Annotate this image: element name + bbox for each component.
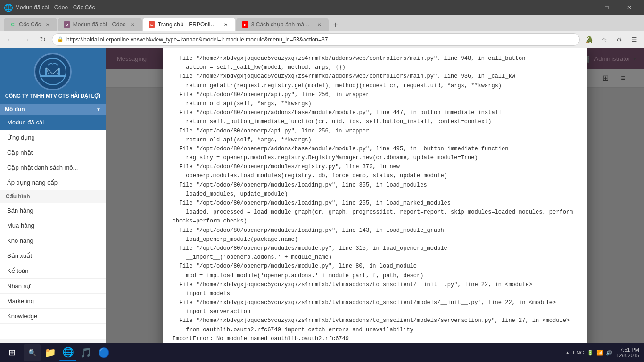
coccoc-favicon-icon: C [9,21,16,28]
error-modal: File "/home/rxbdvgxjoqucac5ycuzyxq7zs4rn… [163,48,587,362]
company-logo [34,53,72,90]
taskbar-app-media[interactable]: 🎵 [77,344,94,361]
network-icon: 📶 [596,350,603,356]
taskbar-app-search[interactable]: 🔍 [24,344,41,361]
battery-icon: 🔋 [587,350,594,356]
content-area: Messaging Bán hàng Kế toán 💬 🏢 Administr… [106,48,644,362]
forward-button[interactable]: → [20,33,33,46]
volume-icon[interactable]: 🔊 [606,350,612,356]
taskbar: ⊞ 🔍 📁 🌐 🎵 🔵 ▲ ENG 🔋 📶 [0,343,644,362]
sidebar-nav: Modun đã cài Ứng dụng Cập nhật Cập nhật … [0,115,106,339]
start-button[interactable]: ⊞ [2,344,21,361]
sidebar-scroll-arrow-top[interactable]: ▼ [96,107,101,112]
sidebar-item-ban-hang[interactable]: Bán hàng [0,203,106,218]
tab-youtube[interactable]: ▶ 3 Cách chụp ảnh màn hình... ✕ [236,18,329,31]
modal-overlay: File "/home/rxbdvgxjoqucac5ycuzyxq7zs4rn… [106,48,644,362]
youtube-favicon-icon: ▶ [242,21,248,28]
svg-point-0 [40,58,66,85]
extension-icon[interactable]: 🐊 [583,33,595,46]
tab-bar: C Cốc Cốc ✕ O Modun đã cài - Odoo ✕ E Tr… [0,15,644,31]
sidebar-item-ap-dung-nang-cap[interactable]: Áp dụng nâng cấp [0,175,106,190]
nav-bar: ← → ↻ 🔒 https://haidailoi.erponline.vn/w… [0,31,644,48]
tab-erponline-label: Trang chủ - ERPOnline - O... [158,21,219,28]
taskbar-apps: 🔍 📁 🌐 🎵 🔵 [24,344,112,361]
tab-erponline-close-icon[interactable]: ✕ [222,21,230,28]
title-bar: 🌐 Modun đã cài - Odoo - Cốc Cốc ─ □ ✕ [0,0,644,15]
sidebar-item-modun-da-cai[interactable]: Modun đã cài [0,115,106,130]
sidebar-item-cap-nhat[interactable]: Cập nhật [0,145,106,160]
erp-favicon-icon: E [149,21,155,28]
back-button[interactable]: ← [4,33,17,46]
tray-arrow-icon[interactable]: ▲ [565,350,570,355]
tab-erponline[interactable]: E Trang chủ - ERPOnline - O... ✕ [143,18,235,31]
url-text: https://haidailoi.erponline.vn/web#view_… [66,36,575,43]
window-controls: ─ □ ✕ [573,0,640,15]
sidebar-item-kho-hang[interactable]: Kho hàng [0,233,106,248]
windows-icon: ⊞ [8,347,16,358]
clock-time: 7:51 PM [616,347,639,353]
search-taskbar-icon: 🔍 [28,349,36,356]
taskbar-clock[interactable]: 7:51 PM 12/8/2015 [616,347,639,358]
tab-youtube-close-icon[interactable]: ✕ [315,21,323,28]
maximize-button[interactable]: □ [596,0,618,15]
company-logo-svg [39,58,67,86]
media-taskbar-icon: 🎵 [80,347,92,358]
browser-frame: 🌐 Modun đã cài - Odoo - Cốc Cốc ─ □ ✕ C … [0,0,644,362]
module-section-header: Mô đun ▼ [0,104,106,115]
tab-modun-close-icon[interactable]: ✕ [129,21,136,28]
tab-modun[interactable]: O Modun đã cài - Odoo ✕ [58,18,142,31]
tab-coccoc[interactable]: C Cốc Cốc ✕ [4,18,57,31]
explorer-icon: 📁 [44,347,56,358]
browser-taskbar-icon: 🌐 [62,346,74,358]
title-text: Modun đã cài - Odoo - Cốc Cốc [15,4,571,11]
modal-body[interactable]: File "/home/rxbdvgxjoqucac5ycuzyxq7zs4rn… [163,48,587,340]
company-name: CÔNG TY TNHH MTV GTS HẢI ĐẠI LỢI [5,92,100,99]
taskbar-app-explorer[interactable]: 📁 [41,344,58,361]
sidebar-header: CÔNG TY TNHH MTV GTS HẢI ĐẠI LỢI [0,48,106,104]
sidebar-item-mua-hang[interactable]: Mua hàng [0,218,106,233]
module-section-title: Mô đun [5,106,25,113]
chrome-icon: 🔵 [98,347,110,358]
main-content: CÔNG TY TNHH MTV GTS HẢI ĐẠI LỢI Mô đun … [0,48,644,362]
taskbar-app-chrome[interactable]: 🔵 [95,344,112,361]
odoo-favicon-icon: O [64,21,70,28]
sidebar-item-knowledge[interactable]: Knowledge [0,309,106,324]
sidebar-item-cap-nhat-danh-sach[interactable]: Cập nhật danh sách mô... [0,160,106,175]
sidebar-item-ke-toan[interactable]: Kế toán [0,263,106,279]
svg-rect-1 [41,75,65,77]
nav-right-icons: 🐊 ☆ ⚙ ☰ [583,33,640,46]
taskbar-right: ▲ ENG 🔋 📶 🔊 7:51 PM 12/8/2015 [565,347,642,358]
tab-modun-label: Modun đã cài - Odoo [73,21,126,28]
address-bar[interactable]: 🔒 https://haidailoi.erponline.vn/web#vie… [52,33,580,46]
new-tab-button[interactable]: + [330,19,342,31]
tab-coccoc-label: Cốc Cốc [19,21,41,28]
taskbar-status-icons: ▲ ENG 🔋 📶 🔊 [565,350,612,356]
sidebar-item-nhan-su[interactable]: Nhân sự [0,279,106,294]
language-indicator[interactable]: ENG [573,350,584,355]
secure-icon: 🔒 [57,36,64,42]
taskbar-app-browser[interactable]: 🌐 [59,344,76,361]
sidebar-config-section-title: Cấu hình [0,190,106,203]
browser-logo: 🌐 [4,3,13,12]
sidebar-item-san-xuat[interactable]: Sản xuất [0,248,106,263]
close-button[interactable]: ✕ [619,0,640,15]
tab-coccoc-close-icon[interactable]: ✕ [44,21,51,28]
error-traceback: File "/home/rxbdvgxjoqucac5ycuzyxq7zs4rn… [173,54,578,340]
bookmark-star-icon[interactable]: ☆ [598,33,610,46]
sidebar-item-marketing[interactable]: Marketing [0,294,106,309]
tab-youtube-label: 3 Cách chụp ảnh màn hình... [251,21,313,28]
refresh-button[interactable]: ↻ [36,33,49,46]
minimize-button[interactable]: ─ [573,0,595,15]
extensions-button[interactable]: ⚙ [613,33,625,46]
sidebar: CÔNG TY TNHH MTV GTS HẢI ĐẠI LỢI Mô đun … [0,48,106,362]
menu-button[interactable]: ☰ [628,33,640,46]
sidebar-item-ung-dung[interactable]: Ứng dụng [0,130,106,145]
clock-date: 12/8/2015 [616,353,639,358]
